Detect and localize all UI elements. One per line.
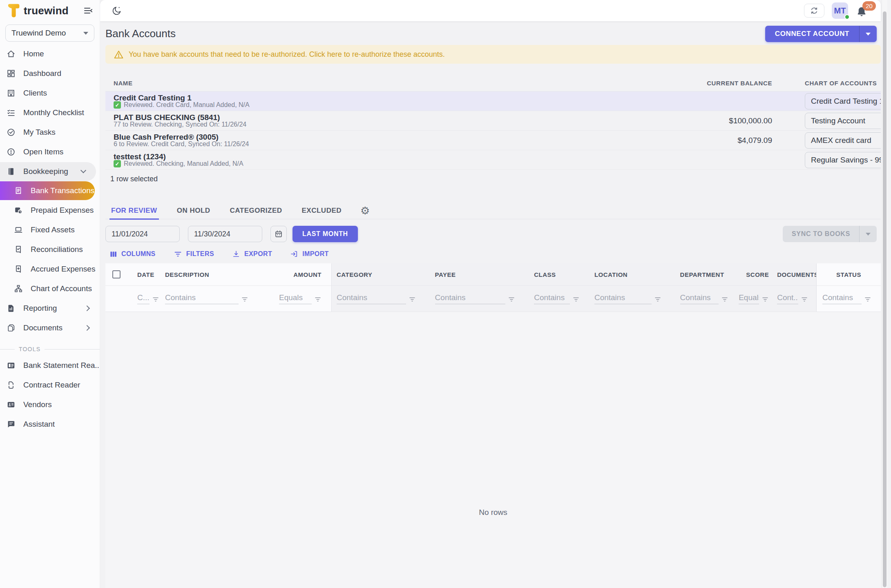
account-row-testtest[interactable]: testtest (1234) ✓Reviewed. Checking, Man… [105,150,881,170]
sidebar-item-bank-statement-reader[interactable]: Bank Statement Rea... [0,356,100,375]
filter-funnel-icon[interactable] [654,296,661,304]
category-filter-input[interactable]: Contains [337,293,406,304]
statement-card-icon [6,361,16,370]
chart-of-accounts-select[interactable]: Regular Savings - 9994 [805,152,881,168]
status-filter-input[interactable]: Contains [822,293,862,304]
amount-filter-input[interactable]: Equals [279,293,312,304]
reauthorize-warning-banner[interactable]: You have bank accounts that need to be r… [105,45,881,64]
columns-button[interactable]: COLUMNS [109,250,156,258]
sync-to-books-label[interactable]: SYNC TO BOOKS [783,226,859,242]
department-filter-input[interactable]: Contains [680,293,719,304]
column-header-score[interactable]: SCORE [737,263,773,285]
date-filter-input[interactable]: C... [137,293,150,304]
sidebar-item-documents[interactable]: Documents [0,318,100,338]
filter-funnel-icon[interactable] [721,296,728,304]
sidebar-item-chart-of-accounts[interactable]: Chart of Accounts [0,279,100,298]
chart-of-accounts-select[interactable]: AMEX credit card [805,132,881,149]
column-header-location[interactable]: LOCATION [590,263,675,285]
select-all-checkbox[interactable] [112,270,121,278]
payee-filter-input[interactable]: Contains [435,293,505,304]
filter-funnel-icon[interactable] [152,296,159,304]
tab-on-hold[interactable]: ON HOLD [175,203,212,219]
sidebar-item-contract-reader[interactable]: Contract Reader [0,375,100,395]
sidebar-item-vendors[interactable]: Vendors [0,395,100,414]
filter-funnel-icon[interactable] [761,296,769,304]
filter-funnel-icon[interactable] [241,296,248,304]
notifications-button[interactable]: 20 [855,3,869,18]
workspace-select[interactable]: Truewind Demo [5,24,94,42]
column-header-date[interactable]: DATE [127,263,161,285]
scrollbar-thumb[interactable] [883,11,887,587]
column-header-payee[interactable]: PAYEE [430,263,529,285]
tab-excluded[interactable]: EXCLUDED [300,203,344,219]
location-filter-input[interactable]: Contains [594,293,652,304]
sync-dropdown[interactable] [860,226,877,242]
description-filter-input[interactable]: Contains [165,293,239,304]
class-filter-input[interactable]: Contains [534,293,570,304]
contract-scan-icon [6,380,16,390]
sidebar-item-reconciliations[interactable]: Reconciliations [0,240,100,259]
task-check-circle-icon [6,127,16,137]
online-status-dot [844,14,850,20]
vertical-scrollbar[interactable] [882,0,887,588]
sidebar-item-open-items[interactable]: Open Items [0,142,100,162]
sidebar-item-fixed-assets[interactable]: Fixed Assets [0,220,100,240]
connect-account-label[interactable]: CONNECT ACCOUNT [765,26,859,42]
filter-funnel-icon[interactable] [864,296,871,304]
dark-mode-moon-icon[interactable] [112,5,122,16]
sidebar-item-bookkeeping[interactable]: Bookkeeping [0,162,96,181]
column-header-status[interactable]: STATUS [817,263,881,285]
column-header-category[interactable]: CATEGORY [332,263,430,285]
score-filter-input[interactable]: Equals [739,293,759,304]
checklist-icon [6,108,16,118]
refresh-button[interactable] [804,4,824,18]
sidebar-collapse-icon[interactable] [83,6,93,16]
topbar: MT 20 [100,0,881,21]
sync-to-books-button[interactable]: SYNC TO BOOKS [783,226,877,242]
grid-toolbar: COLUMNS FILTERS EXPORT IMPORT [105,248,881,260]
documents-filter-input[interactable]: Cont... [777,293,798,304]
vendors-card-icon [6,400,16,410]
chart-of-accounts-select[interactable]: Credit Card Testing 1 [805,93,881,109]
end-date-input[interactable]: 11/30/2024 [188,226,262,242]
user-avatar[interactable]: MT [832,2,848,19]
filters-button[interactable]: FILTERS [174,250,214,258]
sidebar-item-home[interactable]: Home [0,44,100,64]
calendar-button[interactable] [270,226,287,242]
filter-funnel-icon[interactable] [801,296,808,304]
column-header-department[interactable]: DEPARTMENT [675,263,738,285]
start-date-input[interactable]: 11/01/2024 [105,226,180,242]
sidebar-item-assistant[interactable]: Assistant [0,414,100,434]
clients-icon [6,88,16,98]
filter-funnel-icon[interactable] [314,296,322,304]
filter-funnel-icon[interactable] [572,296,580,304]
report-icon [6,303,16,313]
filter-funnel-icon[interactable] [508,296,515,304]
column-header-class[interactable]: CLASS [529,263,590,285]
sidebar-item-monthly-checklist[interactable]: Monthly Checklist [0,103,100,122]
column-header-documents[interactable]: DOCUMENTS [773,263,816,285]
column-header-description[interactable]: DESCRIPTION [161,263,266,285]
sidebar-item-accrued-expenses[interactable]: Accrued Expenses [0,259,100,279]
chart-of-accounts-select[interactable]: Testing Account [805,113,881,129]
sidebar-item-dashboard[interactable]: Dashboard [0,64,100,83]
tab-categorized[interactable]: CATEGORIZED [228,203,284,219]
import-button[interactable]: IMPORT [290,250,329,258]
column-header-amount[interactable]: AMOUNT [266,263,331,285]
sidebar-item-reporting[interactable]: Reporting [0,298,100,318]
sidebar-item-bank-transactions[interactable]: Bank Transactions [0,181,95,200]
sidebar-item-clients[interactable]: Clients [0,83,100,103]
sidebar-item-my-tasks[interactable]: My Tasks [0,122,100,142]
filter-funnel-icon[interactable] [409,296,416,304]
export-button[interactable]: EXPORT [232,250,272,258]
connect-account-button[interactable]: CONNECT ACCOUNT [765,26,877,42]
tabs-settings-gear-icon[interactable]: ⚙ [360,205,370,216]
last-month-button[interactable]: LAST MONTH [293,226,358,242]
sidebar-item-prepaid-expenses[interactable]: Prepaid Expenses [0,200,100,220]
account-row-plat-bus-checking[interactable]: PLAT BUS CHECKING (5841) 77 to Review. C… [105,111,881,131]
connect-account-dropdown[interactable] [860,26,877,42]
sidebar-nav: Home Dashboard Clients Monthly Checklist… [0,44,100,338]
account-row-credit-card-testing-1[interactable]: Credit Card Testing 1 ✓Reviewed. Credit … [105,91,881,111]
tab-for-review[interactable]: FOR REVIEW [109,203,159,219]
account-row-blue-cash-preferred[interactable]: Blue Cash Preferred® (3005) 6 to Review.… [105,131,881,150]
